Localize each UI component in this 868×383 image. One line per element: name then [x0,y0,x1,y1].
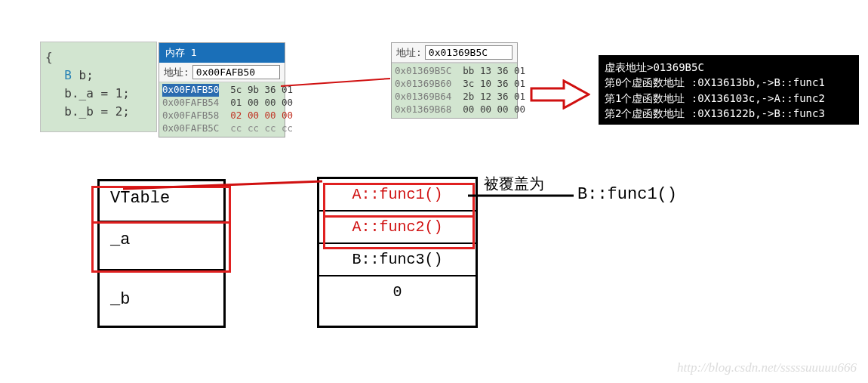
object-row-vtable: VTable [100,181,223,223]
watermark: http://blog.csdn.net/sssssuuuuu666 [677,360,857,375]
memory-row: 0x00FAFB58 02 00 00 00 [162,110,282,122]
memory-row: 0x01369B5C bb 13 36 01 [395,65,514,78]
memory-row: 0x01369B60 3c 10 36 01 [395,78,514,91]
vtable-row-3: B::func3() [319,244,476,276]
code-block: { B b; b._a = 1; b._b = 2; [40,42,157,132]
memory-address-row-1: 地址: 0x00FAFB50 [159,63,285,82]
code-line-1: B b; [50,66,147,85]
memory-address-row-2: 地址: 0x01369B5C [392,43,517,63]
overwrite-func-label: B::func1() [577,185,677,204]
memory-row: 0x01369B64 2b 12 36 01 [395,91,514,103]
overwrite-label: 被覆盖为 [484,174,544,194]
memory-row: 0x00FAFB54 01 00 00 00 [162,97,282,110]
vtable-row-1: A::func1() [319,179,476,212]
object-row-a: _a [100,223,223,271]
object-box: VTable _a _b [97,179,226,328]
address-input[interactable]: 0x00FAFB50 [192,65,280,79]
vtable-row-2: A::func2() [319,212,476,244]
address-input[interactable]: 0x01369B5C [425,45,512,60]
memory-panel-1: 内存 1 地址: 0x00FAFB50 0x00FAFB50 5c 9b 36 … [159,42,285,137]
memory-title-1: 内存 1 [159,43,285,63]
address-label: 地址: [164,66,189,79]
memory-row: 0x00FAFB50 5c 9b 36 01 [162,84,282,97]
object-row-b: _b [100,271,223,326]
connector-mem1-mem2 [281,76,398,106]
memory-row: 0x00FAFB5C cc cc cc cc [162,122,282,135]
code-line-3: b._b = 2; [50,103,147,121]
open-brace: { [45,48,147,66]
svg-line-0 [281,79,390,86]
memory-rows-1: 0x00FAFB50 5c 9b 36 010x00FAFB54 01 00 0… [159,82,285,137]
vtable-row-4: 0 [319,276,476,307]
vtable-box: A::func1() A::func2() B::func3() 0 [317,177,478,328]
memory-rows-2: 0x01369B5C bb 13 36 010x01369B60 3c 10 3… [392,63,517,118]
memory-row: 0x01369B68 00 00 00 00 [395,103,514,116]
big-arrow-icon [530,79,590,110]
address-label: 地址: [396,46,422,60]
memory-panel-2: 地址: 0x01369B5C 0x01369B5C bb 13 36 010x0… [391,42,518,119]
code-line-2: b._a = 1; [50,85,147,103]
console-output: 虚表地址>01369B5C 第0个虚函数地址 :0X13613bb,->B::f… [599,55,859,125]
